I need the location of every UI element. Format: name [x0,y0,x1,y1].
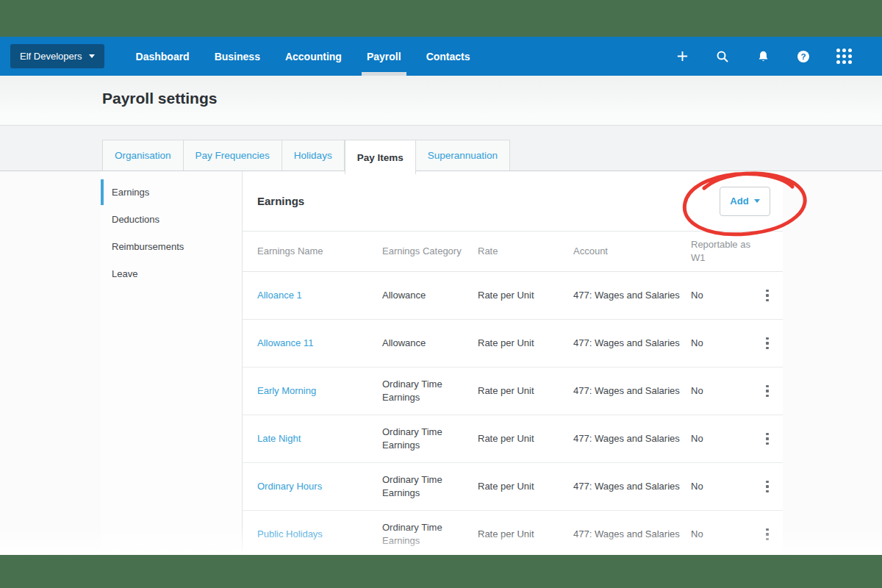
panel-title: Earnings [257,195,304,207]
letterbox-bottom-bar [0,555,882,588]
rate-cell: Rate per Unit [478,289,573,302]
earnings-name-link[interactable]: Late Night [257,433,301,444]
sidebar-item-leave[interactable]: Leave [101,260,242,287]
page-header-band: Payroll settings [0,76,882,126]
reportable-w1-cell: No [691,432,761,445]
reportable-w1-cell: No [691,528,761,541]
table-row: Early Morning Ordinary Time Earnings Rat… [243,368,783,415]
row-menu-kebab-icon[interactable] [761,334,774,352]
caret-down-icon [754,199,760,203]
table-header-row: Earnings Name Earnings Category Rate Acc… [243,232,783,272]
reportable-w1-cell: No [691,337,761,350]
earnings-panel: Earnings Add Earnings Name Earnings Cate… [243,171,783,555]
row-menu-kebab-icon[interactable] [761,430,774,448]
table-row: Allowance 11 Allowance Rate per Unit 477… [243,320,783,368]
reportable-w1-cell: No [691,384,761,398]
earnings-name-link[interactable]: Public Holidays [257,528,323,539]
search-icon[interactable] [715,49,730,64]
table-row: Alloance 1 Allowance Rate per Unit 477: … [243,272,783,320]
earnings-name-link[interactable]: Ordinary Hours [257,481,322,492]
tab-superannuation[interactable]: Superannuation [416,140,510,171]
page-title: Payroll settings [102,90,217,107]
earnings-name-link[interactable]: Allowance 11 [257,337,313,348]
rate-cell: Rate per Unit [478,480,573,493]
nav-item-business[interactable]: Business [202,37,273,76]
col-header-earnings-category: Earnings Category [382,245,478,258]
earnings-panel-header: Earnings Add [243,171,783,232]
account-cell: 477: Wages and Salaries [573,432,691,445]
caret-down-icon [89,54,95,58]
rate-cell: Rate per Unit [478,432,573,445]
col-header-earnings-name: Earnings Name [257,245,382,258]
col-header-account: Account [573,245,691,258]
row-menu-kebab-icon[interactable] [761,478,774,495]
tab-holidays[interactable]: Holidays [282,140,345,171]
sidebar-item-deductions[interactable]: Deductions [101,206,242,233]
col-header-rate: Rate [478,245,573,258]
organisation-selector[interactable]: Elf Developers [10,44,104,68]
nav-item-contacts[interactable]: Contacts [414,37,483,76]
nav-item-payroll[interactable]: Payroll [354,37,414,76]
add-button[interactable]: Add [720,187,770,216]
apps-grid-icon[interactable] [836,49,851,64]
nav-menu: Dashboard Business Accounting Payroll Co… [123,37,483,76]
rate-cell: Rate per Unit [478,337,573,350]
earnings-category-cell: Allowance [382,337,478,350]
earnings-category-cell: Allowance [382,289,478,302]
help-icon[interactable]: ? [796,49,811,64]
svg-text:?: ? [800,52,806,61]
notifications-bell-icon[interactable] [756,49,770,64]
top-navigation-bar: Elf Developers Dashboard Business Accoun… [0,37,882,76]
earnings-name-link[interactable]: Early Morning [257,385,316,396]
row-menu-kebab-icon[interactable] [761,287,774,304]
account-cell: 477: Wages and Salaries [573,337,691,350]
table-row: Public Holidays Ordinary Time Earnings R… [243,511,783,555]
col-header-reportable-w1: Reportable as W1 [691,238,761,264]
tab-pay-frequencies[interactable]: Pay Frequencies [184,140,282,171]
tab-organisation[interactable]: Organisation [102,140,184,171]
content-area: Earnings Deductions Reimbursements Leave… [0,171,882,555]
earnings-category-cell: Ordinary Time Earnings [382,378,478,404]
account-cell: 477: Wages and Salaries [573,480,691,493]
sidebar-item-reimbursements[interactable]: Reimbursements [101,233,242,260]
account-cell: 477: Wages and Salaries [573,384,691,398]
row-menu-kebab-icon[interactable] [761,382,774,400]
nav-icon-group: ? [675,49,882,64]
rate-cell: Rate per Unit [478,384,573,398]
reportable-w1-cell: No [691,480,761,493]
earnings-category-cell: Ordinary Time Earnings [382,426,478,451]
quick-add-plus-icon[interactable] [675,49,689,64]
rate-cell: Rate per Unit [478,528,573,541]
add-button-label: Add [730,196,748,207]
nav-item-accounting[interactable]: Accounting [273,37,354,76]
account-cell: 477: Wages and Salaries [573,528,691,541]
earnings-category-cell: Ordinary Time Earnings [382,521,478,547]
sidebar-item-earnings[interactable]: Earnings [101,179,242,206]
tab-pay-items[interactable]: Pay Items [345,140,416,174]
pay-items-sidebar: Earnings Deductions Reimbursements Leave [101,171,243,555]
earnings-category-cell: Ordinary Time Earnings [382,473,478,499]
nav-item-dashboard[interactable]: Dashboard [123,37,202,76]
app-window: Elf Developers Dashboard Business Accoun… [0,0,882,588]
row-menu-kebab-icon[interactable] [761,526,774,543]
organisation-name: Elf Developers [20,51,82,62]
table-row: Late Night Ordinary Time Earnings Rate p… [243,415,783,463]
table-row: Ordinary Hours Ordinary Time Earnings Ra… [243,463,783,511]
reportable-w1-cell: No [691,289,761,302]
account-cell: 477: Wages and Salaries [573,289,691,302]
settings-tab-strip: Organisation Pay Frequencies Holidays Pa… [0,126,882,171]
letterbox-top-bar [0,0,882,37]
earnings-name-link[interactable]: Alloance 1 [257,290,302,301]
